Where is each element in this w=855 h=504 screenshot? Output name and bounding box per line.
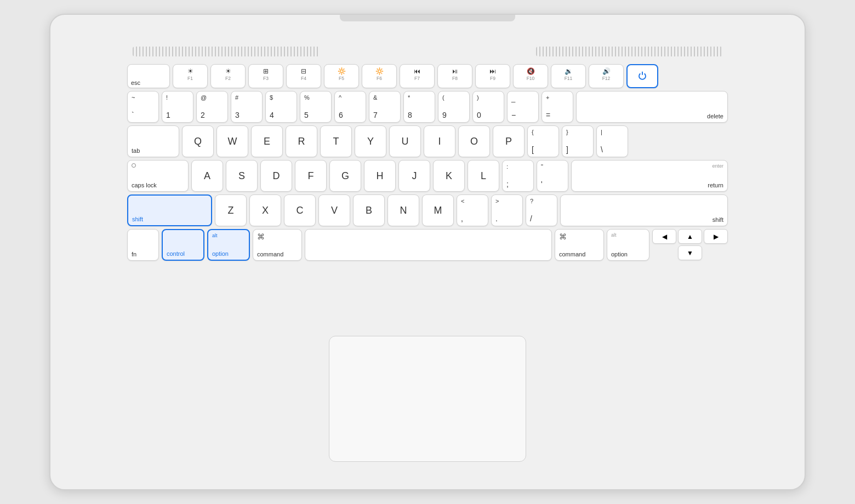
caps-lock-key[interactable]: caps lock <box>127 160 189 192</box>
f12-icon: 🔊 <box>602 67 611 75</box>
s-key[interactable]: S <box>226 160 258 192</box>
f11-key[interactable]: 🔉 F11 <box>551 64 586 88</box>
esc-key[interactable]: esc <box>127 64 170 88</box>
q-char: Q <box>194 136 202 147</box>
f2-key[interactable]: ☀ F2 <box>210 64 246 88</box>
shift-right-key[interactable]: shift <box>560 194 728 226</box>
tab-key[interactable]: tab <box>127 125 179 157</box>
d-key[interactable]: D <box>260 160 292 192</box>
8-key[interactable]: * 8 <box>403 91 435 123</box>
i-key[interactable]: I <box>424 125 455 157</box>
comma-key[interactable]: < , <box>457 194 488 226</box>
option-left-label: option <box>212 250 229 257</box>
2-key[interactable]: @ 2 <box>196 91 228 123</box>
f5-key[interactable]: 🔆 F5 <box>324 64 359 88</box>
shift-left-key[interactable]: shift <box>127 194 212 226</box>
qwerty-row: tab Q W E R T Y U I O P { [ } ] | \ <box>127 125 728 157</box>
t-key[interactable]: T <box>320 125 352 157</box>
alt-right-label: alt <box>611 232 617 238</box>
arrow-right-key[interactable]: ▶ <box>704 229 728 244</box>
0-key[interactable]: ) 0 <box>472 91 504 123</box>
command-right-label: command <box>559 251 585 257</box>
f10-key[interactable]: 🔇 F10 <box>513 64 548 88</box>
fn-key[interactable]: fn <box>127 229 159 261</box>
t-char: T <box>333 136 339 147</box>
period-key[interactable]: > . <box>491 194 523 226</box>
semicolon-key[interactable]: : ; <box>502 160 534 192</box>
l-key[interactable]: L <box>468 160 499 192</box>
h-key[interactable]: H <box>364 160 396 192</box>
open-bracket-key[interactable]: { [ <box>527 125 559 157</box>
power-key[interactable] <box>626 64 658 88</box>
b-char: B <box>366 205 372 216</box>
caps-lock-indicator <box>132 163 136 168</box>
j-key[interactable]: J <box>398 160 430 192</box>
shift-right-label: shift <box>713 216 723 223</box>
asterisk-char: * <box>408 94 410 101</box>
e-key[interactable]: E <box>251 125 283 157</box>
f3-key[interactable]: ⊞ F3 <box>248 64 283 88</box>
return-key[interactable]: enter return <box>571 160 728 192</box>
w-key[interactable]: W <box>216 125 248 157</box>
backtick-key[interactable]: ~ ` <box>127 91 159 123</box>
option-left-key[interactable]: alt option <box>207 229 250 261</box>
c-key[interactable]: C <box>284 194 316 226</box>
k-key[interactable]: K <box>433 160 465 192</box>
f9-key[interactable]: ⏭ F9 <box>475 64 510 88</box>
command-right-key[interactable]: ⌘ command <box>555 229 604 261</box>
zxcv-row: shift Z X C V B N M < , > . ? / shift <box>127 194 728 226</box>
p-key[interactable]: P <box>493 125 525 157</box>
f7-key[interactable]: ⏮ F7 <box>400 64 435 88</box>
control-key[interactable]: control <box>162 229 204 261</box>
1-char: 1 <box>166 111 170 119</box>
comma-char: , <box>461 214 463 223</box>
3-key[interactable]: # 3 <box>231 91 263 123</box>
f12-key[interactable]: 🔊 F12 <box>589 64 624 88</box>
9-key[interactable]: ( 9 <box>438 91 470 123</box>
arrow-up-key[interactable]: ▲ <box>678 229 702 244</box>
g-key[interactable]: G <box>329 160 361 192</box>
n-key[interactable]: N <box>387 194 419 226</box>
f3-label: F3 <box>263 76 269 81</box>
slash-key[interactable]: ? / <box>526 194 557 226</box>
o-key[interactable]: O <box>458 125 490 157</box>
colon-char: : <box>506 163 508 170</box>
equals-key[interactable]: + = <box>542 91 573 123</box>
7-key[interactable]: & 7 <box>369 91 401 123</box>
spacebar-key[interactable] <box>305 229 552 261</box>
delete-key[interactable]: delete <box>576 91 728 123</box>
f9-label: F9 <box>490 76 495 81</box>
minus-key[interactable]: _ − <box>507 91 539 123</box>
1-key[interactable]: ! 1 <box>162 91 193 123</box>
q-key[interactable]: Q <box>182 125 214 157</box>
6-key[interactable]: ^ 6 <box>334 91 366 123</box>
y-key[interactable]: Y <box>355 125 386 157</box>
5-key[interactable]: % 5 <box>300 91 332 123</box>
speaker-left <box>133 47 319 56</box>
fn-row: esc ☀ F1 ☀ F2 ⊞ F3 ⊟ F4 🔆 F5 <box>127 64 728 88</box>
f1-key[interactable]: ☀ F1 <box>173 64 208 88</box>
option-right-key[interactable]: alt option <box>607 229 649 261</box>
z-key[interactable]: Z <box>215 194 247 226</box>
f4-key[interactable]: ⊟ F4 <box>286 64 321 88</box>
v-char: V <box>331 205 338 216</box>
u-key[interactable]: U <box>389 125 421 157</box>
backslash-key[interactable]: | \ <box>596 125 628 157</box>
x-key[interactable]: X <box>249 194 281 226</box>
arrow-down-key[interactable]: ▼ <box>678 245 702 260</box>
trackpad[interactable] <box>329 336 526 462</box>
m-key[interactable]: M <box>422 194 454 226</box>
b-key[interactable]: B <box>353 194 385 226</box>
f6-key[interactable]: 🔆 F6 <box>362 64 397 88</box>
a-key[interactable]: A <box>191 160 223 192</box>
arrow-left-key[interactable]: ◀ <box>652 229 676 244</box>
command-left-key[interactable]: ⌘ command <box>253 229 302 261</box>
quote-key[interactable]: " ' <box>537 160 568 192</box>
r-key[interactable]: R <box>286 125 317 157</box>
4-key[interactable]: $ 4 <box>265 91 297 123</box>
v-key[interactable]: V <box>318 194 350 226</box>
close-brace-char: } <box>566 129 568 135</box>
f8-key[interactable]: ⏯ F8 <box>437 64 472 88</box>
close-bracket-key[interactable]: } ] <box>562 125 594 157</box>
f-key[interactable]: F <box>295 160 327 192</box>
